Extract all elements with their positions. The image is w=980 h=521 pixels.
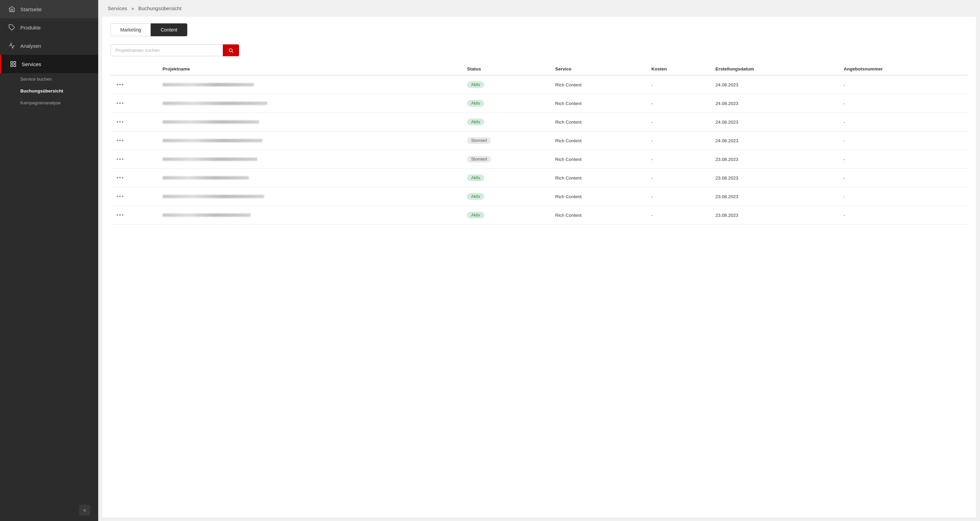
row-kosten-cell: - — [647, 75, 711, 94]
row-status-cell: Storniert — [463, 150, 551, 169]
row-kosten-cell: - — [647, 169, 711, 187]
row-service-cell: Rich Content — [551, 187, 647, 206]
row-status-cell: Aktiv — [463, 113, 551, 131]
sidebar-item-label: Analysen — [20, 43, 41, 49]
sidebar-submenu: Service buchen Buchungsübersicht Kampagn… — [0, 73, 98, 109]
row-datum-cell: 23.08.2023 — [711, 206, 840, 225]
row-datum-cell: 23.08.2023 — [711, 150, 840, 169]
search-button[interactable] — [223, 45, 239, 56]
row-angebotsnummer-cell: - — [840, 169, 968, 187]
row-kosten-cell: - — [647, 206, 711, 225]
row-actions-cell: ••• — [110, 206, 159, 225]
row-service-cell: Rich Content — [551, 94, 647, 113]
row-actions-cell: ••• — [110, 113, 159, 131]
tab-marketing[interactable]: Marketing — [110, 23, 151, 36]
row-menu-button[interactable]: ••• — [115, 118, 126, 126]
row-angebotsnummer-cell: - — [840, 150, 968, 169]
status-badge: Storniert — [467, 156, 491, 163]
search-input[interactable] — [110, 45, 223, 56]
sidebar-item-buchungsuebersicht[interactable]: Buchungsübersicht — [20, 85, 98, 97]
row-service-cell: Rich Content — [551, 113, 647, 131]
col-header-datum: Erstellungsdatum — [711, 63, 840, 75]
row-angebotsnummer-cell: - — [840, 206, 968, 225]
row-service-cell: Rich Content — [551, 206, 647, 225]
search-icon — [228, 48, 234, 53]
sidebar-item-label: Startseite — [20, 6, 41, 12]
row-projektname-cell — [159, 206, 463, 225]
svg-rect-3 — [11, 65, 13, 67]
row-projektname-cell — [159, 75, 463, 94]
table-row: ••• Storniert Rich Content - 23.08.2023 … — [110, 150, 968, 169]
row-datum-cell: 23.08.2023 — [711, 169, 840, 187]
status-badge: Aktiv — [467, 193, 484, 200]
main-content: Services » Buchungsübersicht Marketing C… — [98, 0, 980, 521]
sidebar-item-service-buchen[interactable]: Service buchen — [20, 73, 98, 85]
row-menu-button[interactable]: ••• — [115, 174, 126, 182]
content-area: Marketing Content Projektname Status Ser… — [102, 17, 976, 517]
table-row: ••• Aktiv Rich Content - 24.08.2023 - — [110, 113, 968, 131]
row-status-cell: Aktiv — [463, 94, 551, 113]
row-menu-button[interactable]: ••• — [115, 80, 126, 89]
row-status-cell: Aktiv — [463, 206, 551, 225]
status-badge: Aktiv — [467, 174, 484, 181]
row-angebotsnummer-cell: - — [840, 94, 968, 113]
row-angebotsnummer-cell: - — [840, 131, 968, 150]
table-row: ••• Aktiv Rich Content - 23.08.2023 - — [110, 187, 968, 206]
row-angebotsnummer-cell: - — [840, 75, 968, 94]
status-badge: Aktiv — [467, 100, 484, 107]
col-header-projektname: Projektname — [159, 63, 463, 75]
row-service-cell: Rich Content — [551, 75, 647, 94]
grid-icon — [10, 60, 17, 68]
row-datum-cell: 24.08.2023 — [711, 113, 840, 131]
row-projektname-cell — [159, 131, 463, 150]
tab-content[interactable]: Content — [151, 23, 187, 36]
row-status-cell: Aktiv — [463, 169, 551, 187]
row-actions-cell: ••• — [110, 131, 159, 150]
row-menu-button[interactable]: ••• — [115, 155, 126, 164]
table-row: ••• Storniert Rich Content - 24.08.2023 … — [110, 131, 968, 150]
col-header-angebotsnummer: Angebotsnummer — [840, 63, 968, 75]
row-kosten-cell: - — [647, 113, 711, 131]
tab-bar: Marketing Content — [110, 23, 968, 36]
row-menu-button[interactable]: ••• — [115, 211, 126, 220]
table-row: ••• Aktiv Rich Content - 24.08.2023 - — [110, 75, 968, 94]
projektname-blurred — [162, 102, 267, 105]
row-kosten-cell: - — [647, 187, 711, 206]
sidebar-item-startseite[interactable]: Startseite — [0, 0, 98, 18]
row-menu-button[interactable]: ••• — [115, 99, 126, 108]
breadcrumb-parent: Services — [108, 5, 127, 11]
col-header-service: Service — [551, 63, 647, 75]
row-menu-button[interactable]: ••• — [115, 136, 126, 145]
row-actions-cell: ••• — [110, 75, 159, 94]
collapse-button[interactable]: « — [79, 505, 90, 516]
row-actions-cell: ••• — [110, 150, 159, 169]
status-badge: Aktiv — [467, 212, 484, 218]
sidebar-item-label: Services — [22, 61, 41, 67]
row-status-cell: Aktiv — [463, 75, 551, 94]
svg-rect-2 — [14, 62, 16, 64]
svg-point-5 — [229, 48, 232, 51]
tag-icon — [8, 24, 16, 31]
row-datum-cell: 24.08.2023 — [711, 131, 840, 150]
row-menu-button[interactable]: ••• — [115, 192, 126, 201]
row-kosten-cell: - — [647, 150, 711, 169]
sidebar-item-kampagnenanalyse[interactable]: Kampagnenanalyse — [20, 97, 98, 109]
col-header-kosten: Kosten — [647, 63, 711, 75]
col-header-actions — [110, 63, 159, 75]
table-row: ••• Aktiv Rich Content - 23.08.2023 - — [110, 169, 968, 187]
row-projektname-cell — [159, 187, 463, 206]
row-kosten-cell: - — [647, 131, 711, 150]
row-angebotsnummer-cell: - — [840, 187, 968, 206]
sidebar-item-analysen[interactable]: Analysen — [0, 37, 98, 55]
row-actions-cell: ••• — [110, 169, 159, 187]
projektname-blurred — [162, 83, 254, 86]
status-badge: Storniert — [467, 137, 491, 144]
sidebar-item-produkte[interactable]: Produkte — [0, 18, 98, 37]
sidebar-item-services[interactable]: Services — [0, 55, 98, 73]
table-row: ••• Aktiv Rich Content - 24.08.2023 - — [110, 94, 968, 113]
row-service-cell: Rich Content — [551, 169, 647, 187]
row-projektname-cell — [159, 169, 463, 187]
row-datum-cell: 24.08.2023 — [711, 75, 840, 94]
col-header-status: Status — [463, 63, 551, 75]
row-projektname-cell — [159, 113, 463, 131]
